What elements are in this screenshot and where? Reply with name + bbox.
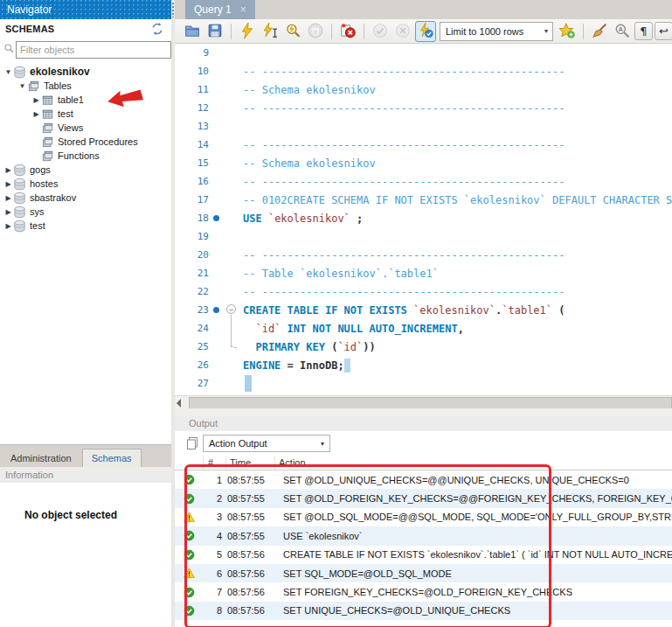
close-icon[interactable]: × — [240, 0, 246, 19]
pilcrow-icon: ¶ — [640, 24, 647, 38]
toggle-autocommit-button[interactable] — [415, 21, 436, 42]
editor-line-21[interactable]: 21-- Table `ekolesnikov`.`table1` — [175, 264, 672, 282]
fold-open-icon[interactable]: − — [225, 301, 243, 319]
tree-item-sys[interactable]: ▶sys — [0, 205, 171, 219]
tree-item-gogs[interactable]: ▶gogs — [0, 163, 171, 177]
tree-item-tables[interactable]: ▼Tables — [0, 79, 171, 93]
fold-gutter — [225, 172, 243, 191]
tree-item-ekolesnikov[interactable]: ▼ekolesnikov — [0, 65, 171, 79]
line-number: 15 — [175, 157, 213, 169]
rollback-button[interactable] — [392, 21, 413, 42]
tree-item-functions[interactable]: Functions — [0, 149, 171, 163]
editor-line-23[interactable]: 23−CREATE TABLE IF NOT EXISTS `ekolesnik… — [175, 301, 672, 319]
sql-editor[interactable]: 910-- ----------------------------------… — [175, 44, 672, 395]
bolt-cursor-icon — [262, 23, 278, 40]
tree-item-label: sys — [30, 206, 45, 217]
editor-line-24[interactable]: 24 `id` INT NOT NULL AUTO_INCREMENT, — [175, 319, 672, 338]
editor-line-18[interactable]: 18USE `ekolesnikov` ; — [175, 209, 672, 227]
editor-line-12[interactable]: 12-- -----------------------------------… — [175, 99, 672, 117]
sidebar-tab-administration[interactable]: Administration — [2, 449, 80, 467]
folder-open-icon — [184, 23, 200, 40]
limit-rows-select[interactable]: Limit to 1000 rows▼ — [440, 22, 553, 41]
line-number: 26 — [175, 359, 213, 371]
mysql-workbench-window: Navigator SCHEMAS ▼ekolesnikov▼Tables▶ta… — [0, 0, 672, 627]
editor-line-15[interactable]: 15-- Schema ekolesnikov — [175, 154, 672, 172]
editor-line-14[interactable]: 14-- -----------------------------------… — [175, 136, 672, 154]
code-text: `id` INT NOT NULL AUTO_INCREMENT, — [243, 323, 672, 335]
expander-closed-icon[interactable]: ▶ — [31, 110, 41, 118]
tree-item-views[interactable]: Views — [0, 121, 171, 135]
open-script-button[interactable] — [182, 21, 203, 42]
schema-icon — [13, 164, 27, 177]
line-number: 14 — [175, 139, 213, 150]
editor-line-10[interactable]: 10-- -----------------------------------… — [175, 62, 672, 80]
line-number: 27 — [175, 378, 213, 389]
line-number: 13 — [175, 121, 213, 132]
editor-line-9[interactable]: 9 — [175, 44, 672, 62]
filter-objects-input[interactable] — [16, 41, 171, 59]
execute-current-button[interactable] — [260, 21, 281, 42]
find-button[interactable]: A — [612, 21, 633, 42]
fold-gutter — [225, 209, 243, 227]
expander-closed-icon[interactable]: ▶ — [3, 180, 13, 188]
show-invisibles-button[interactable]: ¶ — [634, 22, 653, 40]
editor-line-16[interactable]: 16-- -----------------------------------… — [175, 172, 672, 191]
tree-item-label: sbastrakov — [30, 192, 76, 203]
sidebar-tab-schemas[interactable]: Schemas — [82, 449, 142, 467]
chevron-down-icon: ▼ — [315, 441, 329, 447]
line-number: 12 — [175, 102, 213, 114]
text-cursor — [245, 375, 252, 392]
editor-line-27[interactable]: 27 — [175, 374, 672, 393]
annotation-red-box — [184, 464, 551, 627]
tree-item-hostes[interactable]: ▶hostes — [0, 177, 171, 191]
stop-execution-button[interactable] — [305, 21, 326, 42]
tree-item-sbastrakov[interactable]: ▶sbastrakov — [0, 191, 171, 205]
kill-icon — [340, 23, 356, 40]
editor-line-13[interactable]: 13 — [175, 117, 672, 136]
save-script-button[interactable] — [204, 21, 225, 42]
editor-line-26[interactable]: 26ENGINE = InnoDB; — [175, 356, 672, 374]
expander-closed-icon[interactable]: ▶ — [3, 194, 13, 202]
expander-closed-icon[interactable]: ▶ — [3, 166, 13, 174]
output-view-selector[interactable]: Action Output ▼ — [203, 435, 330, 452]
execute-all-button[interactable] — [237, 21, 258, 42]
tree-item-table1[interactable]: ▶table1 — [0, 93, 171, 107]
output-splitter[interactable] — [175, 408, 672, 416]
expander-closed-icon[interactable]: ▶ — [3, 208, 13, 216]
save-snippet-button[interactable] — [557, 21, 578, 42]
code-text: -- -------------------------------------… — [243, 102, 672, 115]
tab-query-1[interactable]: Query 1 × — [185, 0, 255, 19]
editor-line-19[interactable]: 19 — [175, 227, 672, 246]
tree-item-test[interactable]: ▶test — [0, 107, 171, 121]
editor-line-11[interactable]: 11-- Schema ekolesnikov — [175, 80, 672, 99]
tree-item-stored-procedures[interactable]: Stored Procedures — [0, 135, 171, 149]
editor-line-22[interactable]: 22-- -----------------------------------… — [175, 282, 672, 301]
search-icon — [3, 43, 15, 54]
code-text: -- Table `ekolesnikov`.`table1` — [243, 268, 672, 280]
refresh-icon[interactable] — [150, 22, 164, 36]
wrap-text-button[interactable]: ↩ — [655, 22, 672, 40]
editor-line-20[interactable]: 20-- -----------------------------------… — [175, 246, 672, 264]
tree-item-test[interactable]: ▶test — [0, 219, 171, 233]
tree-item-label: Stored Procedures — [58, 136, 138, 147]
fold-gutter — [225, 191, 243, 209]
expander-open-icon[interactable]: ▼ — [17, 82, 27, 90]
line-number: 20 — [175, 249, 213, 261]
kill-query-button[interactable] — [337, 21, 358, 42]
beautify-button[interactable] — [589, 21, 610, 42]
bolt-icon — [239, 23, 255, 40]
sidebar-bottom-tabs: AdministrationSchemas — [0, 444, 171, 467]
expander-open-icon[interactable]: ▼ — [3, 68, 13, 76]
commit-button[interactable] — [370, 21, 391, 42]
statement-marker-icon — [213, 215, 225, 221]
editor-line-25[interactable]: 25 PRIMARY KEY (`id`)) — [175, 338, 672, 356]
views-icon — [41, 122, 55, 135]
expander-closed-icon[interactable]: ▶ — [3, 222, 13, 230]
code-text: PRIMARY KEY (`id`)) — [243, 341, 672, 353]
expander-closed-icon[interactable]: ▶ — [31, 96, 41, 104]
scrollbar-thumb[interactable] — [189, 397, 672, 409]
editor-line-17[interactable]: 17-- 0102CREATE SCHEMA IF NOT EXISTS `ek… — [175, 191, 672, 209]
explain-button[interactable] — [282, 21, 303, 42]
editor-horizontal-scrollbar[interactable] — [175, 395, 672, 408]
scroll-left-icon[interactable] — [177, 399, 181, 408]
